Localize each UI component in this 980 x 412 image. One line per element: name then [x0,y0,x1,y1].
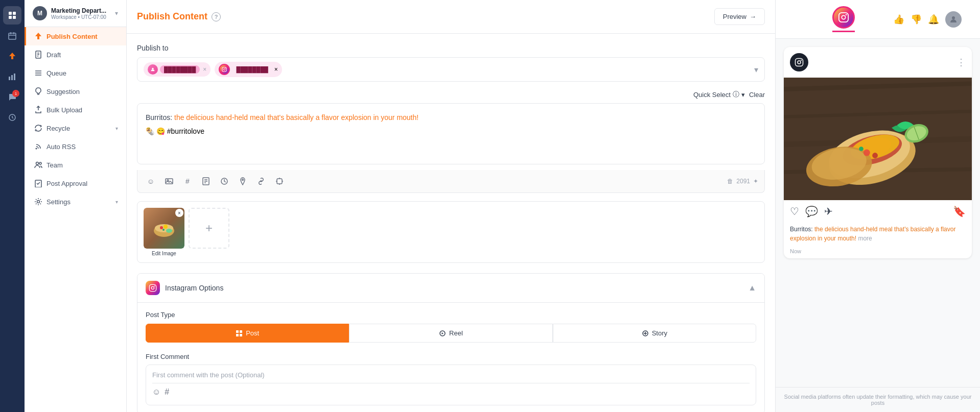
workspace-info: Marketing Depart... Workspace • UTC-07:0… [51,7,111,20]
svg-point-65 [798,61,801,64]
ai-toolbar-button[interactable] [272,174,287,188]
editor-emojis: 🌯 😋 #burritolove [146,127,756,135]
emoji-toolbar-button[interactable]: ☺ [144,174,158,188]
sidebar-icon-messages[interactable]: 1 [3,88,21,106]
preview-time: Now [784,247,972,258]
post-type-tab-reel[interactable]: Reel [349,324,552,343]
svg-rect-9 [11,75,13,80]
rss-icon [34,142,42,151]
share-icon[interactable]: ✈ [824,205,833,217]
sidebar-icon-publish[interactable] [3,47,21,65]
schedule-toolbar-button[interactable] [217,174,231,188]
svg-point-21 [36,162,39,165]
svg-rect-4 [9,33,16,39]
svg-rect-52 [240,330,242,333]
first-comment-placeholder: First comment with the post (Optional) [152,371,750,379]
nav-item-bulk-upload[interactable]: Bulk Upload [25,101,126,119]
remove-account-2-button[interactable]: × [274,66,278,73]
bell-icon[interactable]: 🔔 [928,14,939,25]
sidebar: 1 [0,0,25,412]
nav-approval-label: Post Approval [46,180,87,187]
sidebar-icon-analytics[interactable] [3,67,21,86]
nav-item-recycle[interactable]: Recycle ▾ [25,119,126,137]
thumbs-down-icon[interactable]: 👎 [911,14,922,25]
instagram-options-header[interactable]: Instagram Options ▲ [137,274,764,303]
preview-label: Preview [723,13,746,20]
hashtag-toolbar-button[interactable]: # [180,174,195,188]
main-content: Publish Content ? Preview → Publish to █… [127,0,980,412]
quick-select-chevron-icon[interactable]: ▾ [741,91,745,99]
sidebar-icon-automation[interactable] [3,108,21,127]
nav-recycle-label: Recycle [46,125,70,132]
instagram-options-title: Instagram Options [146,281,223,295]
nav-item-post-approval[interactable]: Post Approval [25,174,126,192]
remove-media-button[interactable]: × [175,209,183,217]
account-avatar-1 [148,64,158,75]
remove-account-1-button[interactable]: × [203,66,206,73]
add-media-button[interactable]: + [189,208,229,249]
publish-nav-icon [34,32,42,40]
thumbs-up-icon[interactable]: 👍 [893,14,904,25]
post-type-label: Post Type [146,311,756,319]
burrito-image [151,215,177,241]
notes-toolbar-button[interactable] [199,174,213,188]
first-comment-box[interactable]: First comment with the post (Optional) ☺… [146,365,756,405]
preview-card: ⋮ [784,47,972,258]
nav-item-draft[interactable]: Draft [25,45,126,64]
nav-queue-label: Queue [46,69,66,77]
post-type-tab-post[interactable]: Post [146,324,349,343]
reel-tab-label: Reel [449,329,463,337]
nav-item-publish-content[interactable]: Publish Content [25,27,126,45]
trash-icon[interactable]: 🗑 [727,178,733,185]
char-count-value: 2091 [736,178,750,185]
comment-emoji-icon[interactable]: ☺ [152,387,160,397]
editor-text-main: Burritos: the delicious hand-held meal t… [146,113,418,122]
help-icon[interactable]: ? [212,12,221,21]
comment-hashtag-icon[interactable]: # [165,387,169,397]
comment-icon[interactable]: 💬 [805,205,818,217]
magic-icon[interactable]: ✦ [753,178,758,185]
svg-point-62 [846,14,847,16]
nav-settings-label: Settings [46,198,71,206]
svg-point-44 [160,226,163,229]
sidebar-icon-dashboard[interactable] [3,6,21,25]
location-toolbar-button[interactable] [236,174,250,188]
preview-actions: ♡ 💬 ✈ 🔖 [784,200,972,223]
preview-caption: Burritos: the delicious hand-held meal t… [784,223,972,247]
svg-point-61 [842,15,845,19]
svg-point-20 [36,148,37,150]
preview-card-more-icon[interactable]: ⋮ [956,57,966,68]
quick-select-help-icon[interactable]: ⓘ [733,90,739,99]
publish-to-box[interactable]: ████████ × ████████ × ▾ [137,57,765,82]
workspace-header[interactable]: M Marketing Depart... Workspace • UTC-07… [25,0,126,27]
editor-text-highlight: the delicious hand-held meal that's basi… [174,113,418,122]
workspace-avatar: M [33,6,47,20]
heart-icon[interactable]: ♡ [790,205,799,217]
svg-marker-56 [442,332,444,334]
nav-item-settings[interactable]: Settings ▾ [25,192,126,211]
publish-to-chevron-icon[interactable]: ▾ [754,65,758,75]
preview-button[interactable]: Preview → [714,8,765,25]
nav-item-team[interactable]: Team [25,156,126,174]
preview-burrito-svg [784,78,972,200]
sidebar-icon-calendar[interactable] [3,27,21,45]
nav-item-suggestion[interactable]: Suggestion [25,82,126,101]
account-tag-1: ████████ × [144,62,211,77]
nav-item-auto-rss[interactable]: Auto RSS [25,137,126,156]
preview-more-link[interactable]: more [858,235,872,242]
preview-caption-highlight: the delicious hand-held meal that's basi… [790,226,955,242]
image-toolbar-button[interactable] [162,174,176,188]
svg-point-49 [151,286,154,289]
user-avatar[interactable] [945,11,962,28]
edit-image-label[interactable]: Edit Image [152,251,176,256]
preview-caption-text: Burritos: the delicious hand-held meal t… [790,226,955,242]
clear-button[interactable]: Clear [749,91,765,99]
text-editor[interactable]: Burritos: the delicious hand-held meal t… [137,103,765,164]
link-toolbar-button[interactable] [254,174,268,188]
media-item-1: × Edit Image [144,208,184,256]
instagram-options-chevron-icon[interactable]: ▲ [748,283,756,293]
nav-item-queue[interactable]: Queue [25,64,126,82]
post-type-tab-story[interactable]: Story [553,324,756,343]
bookmark-icon[interactable]: 🔖 [953,205,966,217]
preview-top-bar: 👍 👎 🔔 [776,0,980,39]
